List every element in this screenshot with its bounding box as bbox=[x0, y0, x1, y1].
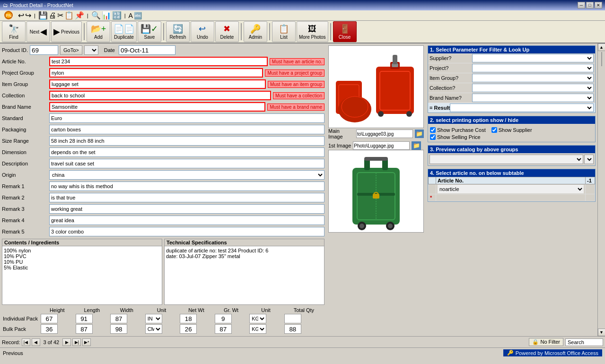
new-record-button[interactable]: ▶* bbox=[82, 338, 91, 346]
close-button[interactable]: 🚪 Close bbox=[333, 21, 357, 42]
refresh-button[interactable]: 🔄 Refresh bbox=[166, 21, 190, 42]
preview-select-arrow[interactable]: ▼ bbox=[584, 155, 594, 164]
packaging-input[interactable] bbox=[49, 125, 324, 134]
product-id-input[interactable] bbox=[30, 45, 58, 55]
ind-width[interactable] bbox=[110, 314, 127, 323]
goto-dropdown[interactable] bbox=[84, 45, 98, 55]
project-group-input[interactable] bbox=[49, 68, 263, 78]
restore-button[interactable]: □ bbox=[586, 2, 594, 9]
first-record-button[interactable]: |◀ bbox=[22, 338, 30, 346]
origin-select[interactable]: china india usa bbox=[49, 170, 324, 180]
ind-gr-wt[interactable] bbox=[215, 314, 232, 323]
find-button[interactable]: 🔭 Find bbox=[2, 21, 26, 42]
article-no-input[interactable] bbox=[49, 57, 268, 66]
bulk-unit[interactable]: CMIN bbox=[145, 324, 162, 334]
goto-button[interactable]: GoTo> bbox=[60, 45, 82, 55]
description-input[interactable] bbox=[49, 159, 324, 168]
bulk-net-wt[interactable] bbox=[180, 324, 197, 334]
ind-unit2[interactable]: KGLB bbox=[249, 314, 266, 323]
toolbar-icon-4[interactable]: 🖨 bbox=[49, 11, 56, 20]
item-group-input[interactable] bbox=[49, 79, 266, 89]
show-selling-price-item: Show Selling Price bbox=[430, 134, 481, 140]
toolbar-icon-7[interactable]: 📌 bbox=[75, 11, 84, 20]
delete-button[interactable]: ✖ Delete bbox=[215, 21, 239, 42]
ind-height[interactable] bbox=[41, 314, 58, 323]
bulk-width[interactable] bbox=[110, 324, 127, 334]
bulk-total-qty[interactable] bbox=[284, 324, 301, 334]
scroll-track[interactable] bbox=[600, 51, 603, 329]
svg-point-7 bbox=[406, 111, 412, 117]
next-button[interactable]: Next ◀ bbox=[26, 21, 50, 42]
svg-rect-27 bbox=[373, 194, 379, 199]
minimize-button[interactable]: ─ bbox=[578, 2, 585, 9]
more-photos-button[interactable]: 🖼 More Photos bbox=[297, 21, 328, 42]
list-button[interactable]: 📋 List bbox=[272, 21, 296, 42]
size-range-input[interactable] bbox=[49, 136, 324, 146]
show-selling-price-checkbox[interactable] bbox=[430, 134, 436, 140]
toolbar-icon-11[interactable]: A bbox=[129, 12, 133, 19]
preview-select[interactable] bbox=[430, 155, 583, 164]
remark3-input[interactable] bbox=[49, 204, 324, 214]
date-input[interactable] bbox=[119, 45, 175, 55]
main-content: Product ID. GoTo> Date Article No. Must … bbox=[0, 43, 605, 336]
close-window-button[interactable]: ✕ bbox=[595, 2, 602, 9]
project-filter-select[interactable] bbox=[472, 64, 594, 72]
remark1-input[interactable] bbox=[49, 182, 324, 191]
collection-filter-select[interactable] bbox=[472, 84, 594, 92]
supplier-select[interactable] bbox=[472, 54, 594, 62]
result-select[interactable] bbox=[450, 104, 594, 112]
add-button[interactable]: 📂+ Add bbox=[87, 21, 110, 42]
toolbar-icon-8[interactable]: 🔍 bbox=[91, 11, 101, 20]
ind-total-qty[interactable] bbox=[284, 314, 301, 323]
previous-button[interactable]: ▶ Previous bbox=[51, 21, 82, 42]
remark4-input[interactable] bbox=[49, 216, 324, 225]
ind-unit[interactable]: INCM bbox=[145, 314, 162, 323]
remark2-input[interactable] bbox=[49, 193, 324, 202]
search-input[interactable] bbox=[565, 338, 603, 346]
scroll-up-button[interactable]: ▲ bbox=[598, 43, 605, 51]
first-image-path[interactable] bbox=[353, 141, 410, 150]
next-record-button[interactable]: ▶ bbox=[62, 338, 71, 346]
toolbar-icon-5[interactable]: ✂ bbox=[57, 11, 63, 20]
article-expand-btn[interactable] bbox=[586, 184, 595, 194]
save-button[interactable]: 💾✓ Save bbox=[138, 21, 161, 42]
bulk-unit2[interactable]: KGLB bbox=[249, 324, 266, 334]
prev-record-button[interactable]: ◀ bbox=[32, 338, 40, 346]
toolbar-icon-12[interactable]: 🔤 bbox=[134, 12, 142, 19]
svg-text:PN: PN bbox=[6, 13, 12, 18]
toolbar-icon-6[interactable]: 📋 bbox=[64, 11, 74, 20]
main-photo-browse-button[interactable]: 📁 bbox=[415, 130, 424, 138]
main-image-path[interactable] bbox=[356, 130, 413, 138]
remark5-input[interactable] bbox=[49, 227, 324, 236]
bulk-length[interactable] bbox=[76, 324, 93, 334]
ind-length[interactable] bbox=[76, 314, 93, 323]
show-purchase-cost-checkbox[interactable] bbox=[430, 127, 436, 133]
scroll-down-button[interactable]: ▼ bbox=[598, 329, 605, 336]
item-group-filter-select[interactable] bbox=[472, 74, 594, 82]
article-new-indicator: * bbox=[429, 194, 436, 201]
bulk-gr-wt[interactable] bbox=[215, 324, 232, 334]
scroll-thumb[interactable] bbox=[601, 52, 602, 66]
unit-col-header: Unit bbox=[144, 307, 179, 313]
toolbar-icon-2[interactable]: ↪ bbox=[25, 11, 31, 20]
noarticle-select[interactable]: noarticle bbox=[438, 185, 584, 193]
ind-net-wt[interactable] bbox=[180, 314, 197, 323]
bulk-height[interactable] bbox=[41, 324, 58, 334]
dimension-input[interactable] bbox=[49, 147, 324, 157]
show-supplier-checkbox[interactable] bbox=[491, 127, 497, 133]
toolbar-icon-3[interactable]: 💾 bbox=[38, 11, 48, 20]
vertical-scrollbar[interactable]: ▲ ▼ bbox=[597, 43, 605, 336]
brand-filter-select[interactable] bbox=[472, 94, 594, 102]
first-photo-browse-button[interactable]: 📁 bbox=[412, 141, 421, 150]
collection-input[interactable] bbox=[49, 91, 271, 100]
standard-input[interactable] bbox=[49, 113, 324, 123]
preview-select-row: ▼ bbox=[428, 153, 595, 165]
admin-button[interactable]: 🔑 Admin bbox=[244, 21, 267, 42]
last-record-button[interactable]: ▶| bbox=[72, 338, 81, 346]
brand-name-input[interactable] bbox=[49, 102, 265, 112]
toolbar-icon-1[interactable]: ↩ bbox=[18, 11, 24, 20]
undo-button[interactable]: ↩ Undo bbox=[191, 21, 214, 42]
toolbar-icon-9[interactable]: 📊 bbox=[102, 11, 111, 20]
duplicate-button[interactable]: 📄📄 Duplicate bbox=[111, 21, 137, 42]
toolbar-icon-10[interactable]: 🔡 bbox=[112, 11, 122, 20]
